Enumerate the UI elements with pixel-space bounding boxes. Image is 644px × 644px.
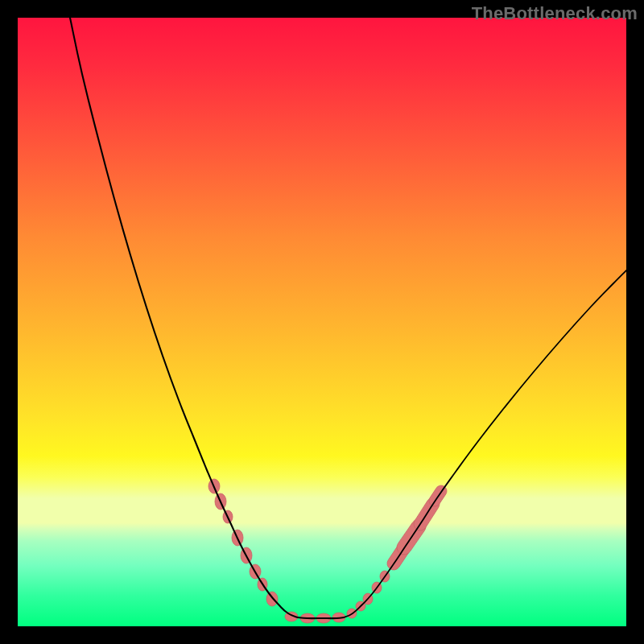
data-point-dot (266, 592, 278, 606)
watermark-text: TheBottleneck.com (472, 3, 638, 24)
curve-floor (298, 617, 344, 618)
curve-left-branch (70, 18, 298, 617)
chart-plot-area (18, 18, 626, 626)
curve-right-branch (344, 270, 626, 617)
bottleneck-curve-svg (18, 18, 626, 626)
